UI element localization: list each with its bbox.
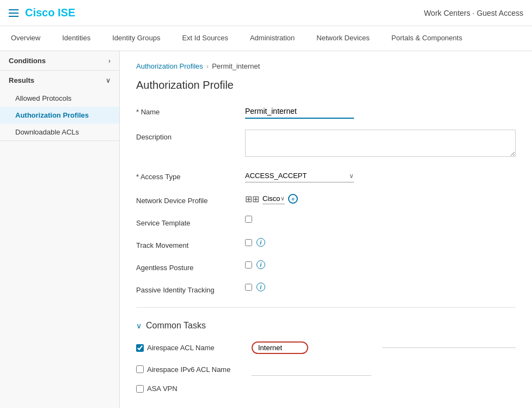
passive-identity-info-icon[interactable]: i: [256, 283, 265, 291]
service-template-row: Service Template: [136, 216, 516, 227]
passive-identity-label: Passive Identity Tracking: [136, 283, 245, 294]
name-input[interactable]: [245, 105, 354, 119]
breadcrumb-parent[interactable]: Authorization Profiles: [136, 62, 203, 70]
track-movement-checkbox[interactable]: [245, 239, 252, 246]
sidebar-item-downloadable-acls[interactable]: Downloadable ACLs: [0, 124, 119, 141]
hamburger-menu[interactable]: [9, 9, 19, 17]
access-type-select[interactable]: ACCESS_ACCEPT ACCESS_REJECT: [245, 172, 349, 180]
asa-vpn-label-wrap: ASA VPN: [136, 384, 245, 393]
airespace-ipv6-input[interactable]: [252, 363, 371, 376]
access-type-row: * Access Type ACCESS_ACCEPT ACCESS_REJEC…: [136, 169, 516, 182]
ndp-add-button[interactable]: +: [288, 194, 298, 204]
sidebar: Conditions › Results ∨ Allowed Protocols…: [0, 51, 120, 408]
asa-vpn-row: ASA VPN: [136, 384, 516, 393]
track-movement-info-icon[interactable]: i: [256, 238, 265, 247]
results-chevron-icon: ∨: [106, 77, 111, 84]
track-movement-label: Track Movement: [136, 238, 245, 249]
tab-network-devices[interactable]: Network Devices: [305, 26, 381, 51]
track-movement-row: Track Movement i: [136, 238, 516, 249]
airespace-ipv6-label: Airespace IPv6 ACL Name: [147, 365, 230, 374]
app-logo: Cisco ISE: [25, 7, 75, 19]
access-type-chevron-icon: ∨: [349, 172, 354, 180]
ndp-select[interactable]: Cisco: [262, 194, 280, 203]
name-control: [245, 105, 516, 119]
agentless-posture-info-icon[interactable]: i: [256, 260, 265, 269]
passive-identity-row: Passive Identity Tracking i: [136, 283, 516, 294]
main-layout: Conditions › Results ∨ Allowed Protocols…: [0, 51, 532, 408]
access-type-control: ACCESS_ACCEPT ACCESS_REJECT ∨: [245, 169, 516, 182]
description-textarea[interactable]: [245, 130, 516, 157]
ndp-row: Network Device Profile ⊞⊞ Cisco ∨ +: [136, 193, 516, 205]
section-divider: [136, 307, 516, 308]
authorization-profile-form: * Name Description * Access Type AC: [136, 105, 516, 393]
conditions-chevron-icon: ›: [108, 57, 111, 65]
tab-overview[interactable]: Overview: [0, 26, 51, 51]
passive-identity-checkbox[interactable]: [245, 284, 252, 291]
breadcrumb: Authorization Profiles › Permit_internet: [136, 62, 516, 70]
common-tasks-collapse-icon: ∨: [136, 321, 142, 330]
tab-portals[interactable]: Portals & Components: [381, 26, 473, 51]
agentless-posture-label: Agentless Posture: [136, 260, 245, 272]
airespace-acl-label: Airespace ACL Name: [147, 344, 215, 352]
description-row: Description: [136, 130, 516, 158]
asa-vpn-label: ASA VPN: [147, 384, 178, 393]
track-movement-control: i: [245, 238, 516, 247]
agentless-posture-control: i: [245, 260, 516, 269]
work-centers-label: Work Centers · Guest Access: [424, 9, 523, 17]
airespace-ipv6-checkbox[interactable]: [136, 365, 144, 373]
airespace-acl-line: [382, 347, 516, 348]
ndp-label: Network Device Profile: [136, 193, 245, 205]
page-title: Authorization Profile: [136, 79, 516, 91]
sidebar-item-authorization-profiles[interactable]: Authorization Profiles: [0, 107, 119, 124]
airespace-acl-input[interactable]: [258, 344, 302, 352]
airespace-ipv6-label-wrap: Airespace IPv6 ACL Name: [136, 365, 245, 374]
name-row: * Name: [136, 105, 516, 119]
service-template-control: [245, 216, 516, 224]
agentless-posture-checkbox[interactable]: [245, 261, 252, 268]
common-tasks-header[interactable]: ∨ Common Tasks: [136, 321, 516, 331]
access-type-label: * Access Type: [136, 169, 245, 181]
sidebar-item-allowed-protocols[interactable]: Allowed Protocols: [0, 90, 119, 107]
asa-vpn-checkbox[interactable]: [136, 385, 144, 393]
tab-ext-id-sources[interactable]: Ext Id Sources: [171, 26, 239, 51]
name-label: * Name: [136, 105, 245, 116]
results-header[interactable]: Results ∨: [0, 71, 119, 90]
tab-identity-groups[interactable]: Identity Groups: [101, 26, 171, 51]
topbar: Cisco ISE Work Centers · Guest Access: [0, 0, 532, 26]
network-device-icon: ⊞⊞: [245, 194, 259, 204]
tab-identities[interactable]: Identities: [51, 26, 101, 51]
airespace-acl-label-wrap: Airespace ACL Name: [136, 344, 245, 352]
nav-tabs: Overview Identities Identity Groups Ext …: [0, 26, 532, 51]
airespace-acl-row: Airespace ACL Name: [136, 341, 516, 354]
service-template-checkbox[interactable]: [245, 216, 252, 223]
common-tasks-title: Common Tasks: [146, 321, 206, 331]
airespace-ipv6-row: Airespace IPv6 ACL Name: [136, 363, 516, 376]
conditions-section: Conditions ›: [0, 51, 119, 71]
tab-administration[interactable]: Administration: [239, 26, 305, 51]
results-section: Results ∨ Allowed Protocols Authorizatio…: [0, 71, 119, 141]
passive-identity-control: i: [245, 283, 516, 291]
airespace-ipv6-value-wrap: [252, 363, 371, 376]
breadcrumb-separator: ›: [206, 62, 209, 70]
breadcrumb-current: Permit_internet: [212, 62, 260, 70]
airespace-acl-value-wrap: [252, 341, 371, 354]
airespace-acl-checkbox[interactable]: [136, 344, 144, 352]
agentless-posture-row: Agentless Posture i: [136, 260, 516, 272]
ndp-chevron-icon: ∨: [280, 195, 285, 202]
main-content: Authorization Profiles › Permit_internet…: [120, 51, 532, 408]
conditions-header[interactable]: Conditions ›: [0, 51, 119, 70]
ndp-control: ⊞⊞ Cisco ∨ +: [245, 193, 516, 204]
description-label: Description: [136, 130, 245, 141]
service-template-label: Service Template: [136, 216, 245, 227]
description-control: [245, 130, 516, 158]
